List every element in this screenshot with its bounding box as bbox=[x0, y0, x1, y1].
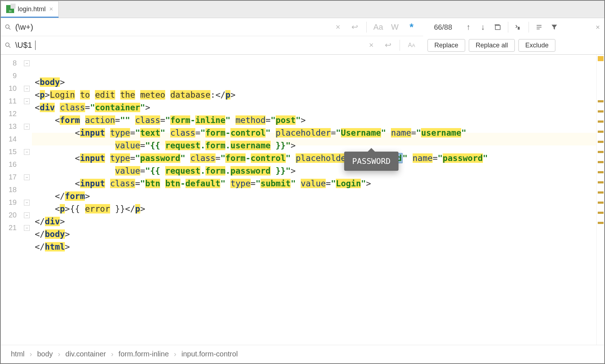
svg-point-2 bbox=[5, 43, 9, 46]
exclude-button[interactable]: Exclude bbox=[518, 39, 555, 52]
fold-icon[interactable]: − bbox=[24, 124, 30, 130]
filter-icon[interactable] bbox=[549, 22, 559, 32]
minimap-match-marker[interactable] bbox=[598, 100, 604, 102]
minimap-match-marker[interactable] bbox=[598, 141, 604, 143]
prev-match-icon[interactable]: ↑ bbox=[464, 22, 473, 32]
gutter-line-number: 10− bbox=[1, 82, 32, 95]
minimap-match-marker[interactable] bbox=[598, 222, 604, 224]
svg-line-1 bbox=[9, 28, 11, 29]
fold-icon[interactable]: − bbox=[24, 225, 30, 231]
minimap-match-marker[interactable] bbox=[598, 131, 604, 133]
code-line[interactable]: </html> bbox=[32, 240, 596, 253]
close-tab-icon[interactable]: × bbox=[49, 5, 53, 13]
minimap-match-marker[interactable] bbox=[598, 181, 604, 183]
replace-row: \U$1 × ↩ AA bbox=[1, 36, 423, 54]
fold-icon[interactable]: − bbox=[24, 86, 30, 92]
fold-icon[interactable]: − bbox=[24, 60, 30, 66]
breadcrumb-item[interactable]: div.container bbox=[66, 350, 106, 358]
code-line[interactable]: <div class="container"> bbox=[32, 101, 596, 114]
fold-icon[interactable]: − bbox=[24, 200, 30, 206]
clear-search-icon[interactable]: × bbox=[333, 22, 343, 32]
chevron-right-icon: › bbox=[58, 350, 61, 358]
tab-filename: login.html bbox=[18, 5, 46, 13]
replace-button[interactable]: Replace bbox=[427, 39, 465, 52]
replace-preview-tooltip: PASSWORD bbox=[344, 152, 399, 171]
gutter-line-number: 18 bbox=[1, 183, 32, 196]
separator bbox=[529, 22, 529, 33]
gutter-line-number: 16 bbox=[1, 158, 32, 171]
minimap-match-marker[interactable] bbox=[598, 161, 604, 163]
gutter-line-number: 8− bbox=[1, 57, 32, 69]
gutter-line-number: 20− bbox=[1, 209, 32, 221]
text-caret bbox=[35, 41, 36, 50]
separator bbox=[508, 22, 508, 33]
close-panel-icon[interactable]: × bbox=[596, 23, 600, 31]
preserve-case-toggle[interactable]: AA bbox=[406, 40, 417, 50]
next-match-icon[interactable]: ↓ bbox=[478, 22, 488, 32]
code-line[interactable]: </div> bbox=[32, 215, 596, 228]
fold-icon[interactable]: − bbox=[24, 98, 30, 104]
code-line[interactable]: <p>Login to edit the meteo database:</p> bbox=[32, 88, 596, 101]
breadcrumb-item[interactable]: form.form-inline bbox=[118, 350, 169, 358]
chevron-right-icon: › bbox=[174, 350, 176, 358]
minimap-match-marker[interactable] bbox=[598, 212, 604, 214]
code-line[interactable]: <body> bbox=[32, 76, 596, 88]
search-input[interactable] bbox=[12, 22, 329, 32]
gutter-line-number: 14 bbox=[1, 133, 32, 145]
code-line[interactable]: value="{{ request.form.password }}"> bbox=[32, 164, 596, 177]
minimap-match-marker[interactable] bbox=[598, 120, 604, 123]
code-line[interactable]: </form> bbox=[32, 190, 596, 202]
breadcrumb-item[interactable]: input.form-control bbox=[182, 350, 238, 358]
tab-bar: H login.html × bbox=[1, 1, 604, 18]
editor-tab[interactable]: H login.html × bbox=[1, 1, 59, 18]
fold-icon[interactable]: − bbox=[24, 149, 30, 155]
svg-line-3 bbox=[9, 46, 11, 48]
select-all-occurrences-icon[interactable] bbox=[493, 22, 503, 32]
code-line[interactable]: </body> bbox=[32, 228, 596, 240]
code-line[interactable]: <input type="text" class="form-control" … bbox=[32, 126, 596, 139]
code-line[interactable]: <input type="password" class="form-contr… bbox=[32, 152, 596, 164]
replace-all-button[interactable]: Replace all bbox=[469, 39, 515, 52]
add-selection-icon[interactable]: II bbox=[513, 22, 523, 32]
separator bbox=[366, 22, 367, 33]
breadcrumb[interactable]: html›body›div.container›form.form-inline… bbox=[1, 345, 604, 363]
svg-text:II: II bbox=[518, 26, 520, 30]
words-toggle[interactable]: W bbox=[390, 22, 400, 32]
search-history-icon[interactable]: ↩ bbox=[350, 22, 360, 32]
minimap-match-marker[interactable] bbox=[598, 171, 604, 173]
code-line[interactable]: <input class="btn btn-default" type="sub… bbox=[32, 177, 596, 190]
fold-icon[interactable]: − bbox=[24, 174, 30, 180]
code-line[interactable]: <p>{{ error }}</p> bbox=[32, 202, 596, 215]
minimap-match-marker[interactable] bbox=[598, 151, 604, 153]
breadcrumb-item[interactable]: body bbox=[37, 350, 53, 358]
search-icon[interactable] bbox=[4, 23, 12, 31]
minimap-match-marker[interactable] bbox=[598, 191, 604, 194]
regex-toggle[interactable]: * bbox=[406, 22, 417, 32]
html-file-icon: H bbox=[6, 5, 14, 13]
gutter-line-number: 9 bbox=[1, 69, 32, 82]
gutter-line-number: 15− bbox=[1, 145, 32, 158]
minimap-match-marker[interactable] bbox=[598, 110, 604, 113]
search-icon[interactable] bbox=[4, 41, 12, 50]
match-case-toggle[interactable]: Aa bbox=[373, 22, 383, 32]
replace-history-icon[interactable]: ↩ bbox=[383, 40, 393, 50]
find-replace-panel: × ↩ Aa W * \U$1 × ↩ AA 66/88 bbox=[1, 18, 604, 55]
gutter-line-number: 17− bbox=[1, 171, 32, 183]
code-line[interactable]: value="{{ request.form.username }}"> bbox=[32, 139, 596, 152]
svg-rect-5 bbox=[495, 25, 500, 26]
minimap[interactable] bbox=[596, 55, 604, 345]
minimap-match-marker[interactable] bbox=[598, 202, 604, 204]
search-row: × ↩ Aa W * bbox=[1, 18, 423, 36]
code-area[interactable]: <body><p>Login to edit the meteo databas… bbox=[32, 55, 596, 345]
match-count: 66/88 bbox=[427, 23, 459, 31]
editor[interactable]: 8−910−11−1213−1415−1617−1819−20−21− <bod… bbox=[1, 55, 604, 345]
replace-input[interactable]: \U$1 bbox=[12, 41, 35, 50]
svg-rect-4 bbox=[495, 25, 500, 30]
code-line[interactable]: <form action="" class="form-inline" meth… bbox=[32, 114, 596, 126]
clear-replace-icon[interactable]: × bbox=[366, 40, 376, 50]
separator bbox=[400, 40, 400, 51]
fold-icon[interactable]: − bbox=[24, 212, 30, 218]
find-settings-icon[interactable] bbox=[534, 22, 544, 32]
chevron-right-icon: › bbox=[111, 350, 113, 358]
breadcrumb-item[interactable]: html bbox=[11, 350, 25, 358]
